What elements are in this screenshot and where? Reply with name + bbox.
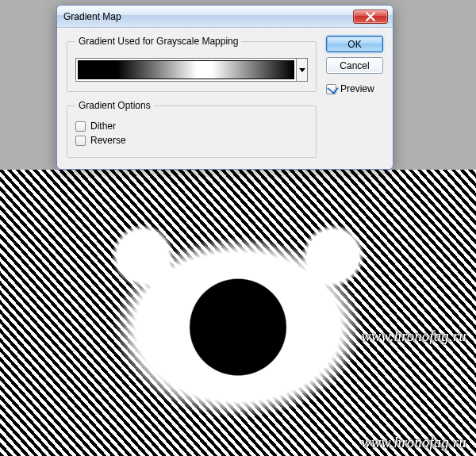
preview-label: Preview xyxy=(340,83,374,94)
kitten-image: www.hronofag.ru www.hronofag.ru xyxy=(0,170,476,456)
dither-checkbox[interactable] xyxy=(75,121,86,132)
ok-button[interactable]: OK xyxy=(326,36,383,52)
dialog-title: Gradient Map xyxy=(63,11,353,22)
preview-checkbox[interactable] xyxy=(326,84,336,94)
reverse-checkbox[interactable] xyxy=(75,136,86,146)
gradient-map-dialog: Gradient Map Gradient Used for Grayscale… xyxy=(56,5,393,170)
titlebar[interactable]: Gradient Map xyxy=(57,6,393,28)
gradient-options-group: Gradient Options Dither Reverse xyxy=(67,100,317,158)
gradient-options-legend: Gradient Options xyxy=(75,100,154,111)
cancel-button[interactable]: Cancel xyxy=(326,57,383,74)
chevron-down-icon xyxy=(299,68,305,72)
document-canvas: www.hronofag.ru www.hronofag.ru xyxy=(0,170,476,456)
gradient-picker[interactable] xyxy=(75,58,308,82)
cancel-button-label: Cancel xyxy=(340,60,369,71)
watermark-text: www.hronofag.ru xyxy=(361,435,466,451)
gradient-dropdown-button[interactable] xyxy=(296,59,307,81)
gradient-mapping-group: Gradient Used for Grayscale Mapping xyxy=(67,36,317,92)
close-button[interactable] xyxy=(353,10,388,24)
dither-label: Dither xyxy=(90,121,116,132)
ok-button-label: OK xyxy=(347,39,361,50)
reverse-label: Reverse xyxy=(90,135,126,146)
watermark-text: www.hronofag.ru xyxy=(361,328,466,345)
close-icon xyxy=(366,12,375,21)
gradient-mapping-legend: Gradient Used for Grayscale Mapping xyxy=(75,36,241,47)
gradient-preview-bar[interactable] xyxy=(78,60,294,79)
